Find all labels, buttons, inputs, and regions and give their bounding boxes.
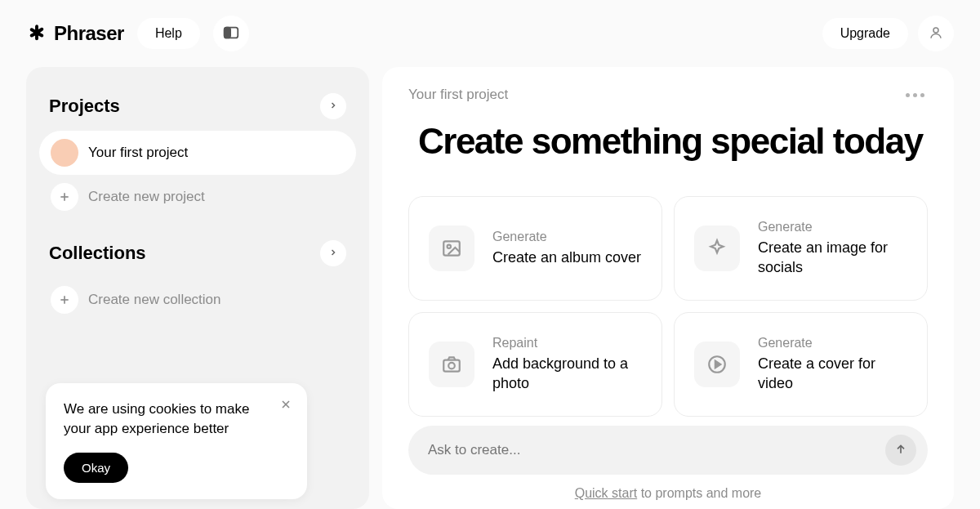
plus-icon xyxy=(51,183,78,211)
collections-expand-button[interactable] xyxy=(320,240,346,266)
create-collection-label: Create new collection xyxy=(88,292,221,308)
action-cards-grid: Generate Create an album cover Generate … xyxy=(408,196,928,417)
projects-expand-button[interactable] xyxy=(320,93,346,119)
dots-icon xyxy=(920,93,924,97)
card-eyebrow: Repaint xyxy=(492,336,642,350)
prompt-input[interactable] xyxy=(428,442,885,458)
card-eyebrow: Generate xyxy=(758,336,907,350)
cookie-close-button[interactable] xyxy=(276,395,296,417)
cookie-text: We are using cookies to make your app ex… xyxy=(64,400,289,440)
header-left: Phraser Help xyxy=(26,16,249,51)
projects-header: Projects xyxy=(39,87,356,131)
card-eyebrow: Generate xyxy=(758,220,907,234)
more-options-button[interactable] xyxy=(902,90,928,100)
account-button[interactable] xyxy=(918,16,954,51)
chevron-right-icon xyxy=(328,248,338,260)
quick-start-link[interactable]: Quick start xyxy=(575,486,637,500)
footer-hint: Quick start to prompts and more xyxy=(408,486,928,501)
create-project-button[interactable]: Create new project xyxy=(39,175,356,219)
main-content: Your first project Create something spec… xyxy=(382,67,954,509)
svg-point-12 xyxy=(448,363,455,369)
breadcrumb: Your first project xyxy=(408,87,508,103)
content-header: Your first project xyxy=(408,87,928,103)
close-icon xyxy=(279,401,292,413)
theme-toggle-button[interactable] xyxy=(213,16,249,51)
play-icon xyxy=(694,342,740,387)
card-title: Create an image for socials xyxy=(758,238,907,278)
project-item-label: Your first project xyxy=(88,145,188,161)
svg-rect-1 xyxy=(225,27,230,38)
card-body: Generate Create an image for socials xyxy=(758,220,907,278)
sparkle-icon xyxy=(694,225,740,271)
prompt-area: Quick start to prompts and more xyxy=(408,426,928,501)
card-title: Create an album cover xyxy=(492,248,641,267)
brand-name: Phraser xyxy=(54,22,124,45)
page-title: Create something special today xyxy=(418,121,928,162)
collections-header: Collections xyxy=(39,234,356,278)
card-body: Generate Create an album cover xyxy=(492,230,641,267)
arrow-up-icon xyxy=(894,443,907,458)
toggle-icon xyxy=(222,24,240,44)
card-image-socials[interactable]: Generate Create an image for socials xyxy=(674,196,928,301)
create-project-label: Create new project xyxy=(88,189,205,205)
card-add-background[interactable]: Repaint Add background to a photo xyxy=(408,312,662,417)
help-button[interactable]: Help xyxy=(137,18,200,49)
header-right: Upgrade xyxy=(822,16,954,51)
cookie-okay-button[interactable]: Okay xyxy=(64,453,128,483)
footer-rest: to prompts and more xyxy=(637,486,761,500)
create-collection-button[interactable]: Create new collection xyxy=(39,278,356,322)
chevron-right-icon xyxy=(328,100,338,113)
card-title: Add background to a photo xyxy=(492,354,642,394)
asterisk-icon xyxy=(26,23,47,44)
card-body: Repaint Add background to a photo xyxy=(492,336,642,394)
prompt-submit-button[interactable] xyxy=(885,435,916,466)
card-album-cover[interactable]: Generate Create an album cover xyxy=(408,196,662,301)
brand-logo[interactable]: Phraser xyxy=(26,22,124,45)
svg-marker-14 xyxy=(715,361,721,368)
app-layout: Projects Your first project Create new p… xyxy=(0,67,980,509)
sidebar: Projects Your first project Create new p… xyxy=(26,67,369,509)
user-icon xyxy=(929,25,943,42)
project-color-dot xyxy=(51,139,78,167)
svg-point-10 xyxy=(448,245,451,248)
dots-icon xyxy=(913,93,917,97)
projects-title: Projects xyxy=(49,96,120,117)
dots-icon xyxy=(906,93,910,97)
upgrade-button[interactable]: Upgrade xyxy=(822,18,908,49)
card-video-cover[interactable]: Generate Create a cover for video xyxy=(674,312,928,417)
card-title: Create a cover for video xyxy=(758,354,907,394)
prompt-bar xyxy=(408,426,928,475)
cookie-banner: We are using cookies to make your app ex… xyxy=(46,383,307,499)
sidebar-item-project[interactable]: Your first project xyxy=(39,131,356,175)
card-body: Generate Create a cover for video xyxy=(758,336,907,394)
app-header: Phraser Help Upgrade xyxy=(0,0,980,67)
svg-point-2 xyxy=(933,28,938,33)
camera-icon xyxy=(429,342,474,387)
card-eyebrow: Generate xyxy=(492,230,641,244)
plus-icon xyxy=(51,286,78,314)
svg-rect-11 xyxy=(443,360,460,372)
collections-title: Collections xyxy=(49,243,146,264)
image-icon xyxy=(429,225,474,271)
